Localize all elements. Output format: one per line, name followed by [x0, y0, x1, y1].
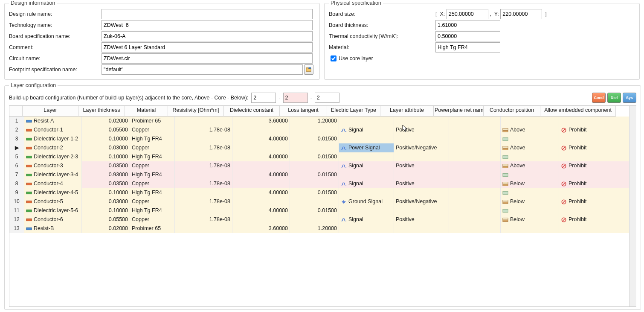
cell-layer[interactable]: Conductor-5	[24, 197, 82, 206]
table-row[interactable]: 2Conductor-10.05500Copper1.78e-08SignalP…	[9, 125, 636, 134]
cell-powerplane-net[interactable]	[449, 170, 501, 179]
cell-attribute[interactable]	[394, 152, 449, 161]
cell-layer[interactable]: Conductor-3	[24, 161, 82, 170]
col-conductor-position[interactable]: Conductor position	[484, 106, 540, 117]
cell-conductor-position[interactable]: Below	[501, 215, 559, 224]
cell-material[interactable]: High Tg FR4	[130, 152, 175, 161]
cell-resistivity[interactable]: 1.78e-08	[175, 197, 232, 206]
board-size-x-field[interactable]	[447, 9, 488, 19]
table-row[interactable]: 6Conductor-30.03500Copper1.78e-08SignalP…	[9, 161, 636, 170]
cell-loss[interactable]: 1.20000	[290, 117, 339, 125]
col-electric-type[interactable]: Electric Layer Type	[327, 106, 380, 117]
cell-electric-type[interactable]	[339, 206, 394, 215]
cell-loss[interactable]: 0.01500	[290, 152, 339, 161]
cell-layer[interactable]: Dielectric layer-5-6	[24, 206, 82, 215]
col-embedded-component[interactable]: Allow embedded component	[540, 106, 616, 117]
cell-material[interactable]: Probimer 65	[130, 117, 175, 125]
cell-material[interactable]: Probimer 65	[130, 224, 175, 233]
cell-loss[interactable]: 0.01500	[290, 188, 339, 197]
cell-embedded[interactable]	[559, 170, 636, 179]
cell-resistivity[interactable]	[175, 117, 232, 125]
cell-embedded[interactable]: Prohibit	[559, 143, 636, 152]
cell-thickness[interactable]: 0.03000	[82, 143, 130, 152]
cell-dielectric[interactable]: 4.00000	[232, 134, 290, 143]
board-spec-name-field[interactable]	[102, 31, 313, 41]
cell-loss[interactable]	[290, 143, 339, 152]
cell-powerplane-net[interactable]	[449, 125, 501, 134]
cell-conductor-position[interactable]: Above	[501, 125, 559, 134]
cell-electric-type[interactable]	[339, 170, 394, 179]
cell-resistivity[interactable]: 1.78e-08	[175, 143, 232, 152]
cell-layer[interactable]: Dielectric layer-4-5	[24, 188, 82, 197]
layer-grid[interactable]: Layer Layer thickness Material Resistivi…	[9, 105, 636, 307]
cell-thickness[interactable]: 0.02000	[82, 224, 130, 233]
col-powerplane-net[interactable]: Powerplane net name	[434, 106, 484, 117]
use-core-layer-checkbox[interactable]	[331, 55, 337, 61]
cell-resistivity[interactable]: 1.78e-08	[175, 215, 232, 224]
footprint-spec-field[interactable]	[102, 64, 303, 75]
cell-embedded[interactable]	[559, 188, 636, 197]
cell-thickness[interactable]: 0.05500	[82, 125, 130, 134]
cell-conductor-position[interactable]: Above	[501, 161, 559, 170]
cell-attribute[interactable]	[394, 206, 449, 215]
col-layer[interactable]: Layer	[23, 106, 78, 117]
cell-embedded[interactable]	[559, 134, 636, 143]
cell-powerplane-net[interactable]	[449, 152, 501, 161]
table-row[interactable]: 3Dielectric layer-1-20.10000High Tg FR44…	[9, 134, 636, 143]
thermal-conductivity-field[interactable]	[435, 31, 500, 41]
cell-loss[interactable]: 1.20000	[290, 224, 339, 233]
cell-material[interactable]: High Tg FR4	[130, 206, 175, 215]
col-index[interactable]	[9, 106, 23, 117]
conductor-mode-button[interactable]: Cond	[592, 93, 606, 103]
cell-dielectric[interactable]	[232, 179, 290, 188]
material-field[interactable]	[435, 42, 500, 52]
cell-loss[interactable]: 0.01500	[290, 170, 339, 179]
cell-material[interactable]: Copper	[130, 197, 175, 206]
cell-dielectric[interactable]	[232, 161, 290, 170]
cell-loss[interactable]: 0.01500	[290, 134, 339, 143]
cell-conductor-position[interactable]: Below	[501, 197, 559, 206]
cell-loss[interactable]	[290, 161, 339, 170]
cell-embedded[interactable]: Prohibit	[559, 161, 636, 170]
table-row[interactable]: 10Conductor-50.03000Copper1.78e-08Ground…	[9, 197, 636, 206]
cell-dielectric[interactable]	[232, 143, 290, 152]
cell-attribute[interactable]: Positive	[394, 179, 449, 188]
cell-loss[interactable]	[290, 215, 339, 224]
table-row[interactable]: 11Dielectric layer-5-60.10000High Tg FR4…	[9, 206, 636, 215]
cell-attribute[interactable]: Positive	[394, 161, 449, 170]
cell-thickness[interactable]: 0.10000	[82, 152, 130, 161]
cell-dielectric[interactable]	[232, 125, 290, 134]
cell-conductor-position[interactable]	[501, 152, 559, 161]
cell-electric-type[interactable]: Signal	[339, 179, 394, 188]
cell-loss[interactable]	[290, 125, 339, 134]
cell-electric-type[interactable]	[339, 134, 394, 143]
cell-dielectric[interactable]: 3.60000	[232, 224, 290, 233]
cell-powerplane-net[interactable]	[449, 143, 501, 152]
cell-material[interactable]: Copper	[130, 143, 175, 152]
col-dielectric[interactable]: Dielectric constant	[224, 106, 280, 117]
cell-powerplane-net[interactable]	[449, 134, 501, 143]
buildup-below-field[interactable]	[315, 93, 339, 103]
table-row[interactable]: 9Dielectric layer-4-50.10000High Tg FR44…	[9, 188, 636, 197]
cell-material[interactable]: High Tg FR4	[130, 170, 175, 179]
cell-thickness[interactable]: 0.10000	[82, 134, 130, 143]
cell-conductor-position[interactable]	[501, 224, 559, 233]
cell-embedded[interactable]	[559, 117, 636, 125]
cell-dielectric[interactable]: 3.60000	[232, 117, 290, 125]
board-size-y-field[interactable]	[500, 9, 542, 19]
cell-embedded[interactable]: Prohibit	[559, 179, 636, 188]
circuit-name-field[interactable]	[102, 53, 313, 64]
cell-conductor-position[interactable]	[501, 134, 559, 143]
cell-layer[interactable]: Conductor-4	[24, 179, 82, 188]
cell-electric-type[interactable]: Power Signal	[339, 143, 394, 152]
cell-material[interactable]: High Tg FR4	[130, 134, 175, 143]
cell-conductor-position[interactable]	[501, 206, 559, 215]
cell-attribute[interactable]: Positive/Negative	[394, 197, 449, 206]
dielectric-mode-button[interactable]: Diel	[607, 93, 621, 103]
cell-powerplane-net[interactable]	[449, 215, 501, 224]
cell-electric-type[interactable]: Signal	[339, 125, 394, 134]
cell-attribute[interactable]: Positive	[394, 125, 449, 134]
cell-dielectric[interactable]	[232, 197, 290, 206]
cell-dielectric[interactable]: 4.00000	[232, 170, 290, 179]
cell-thickness[interactable]: 0.03500	[82, 161, 130, 170]
